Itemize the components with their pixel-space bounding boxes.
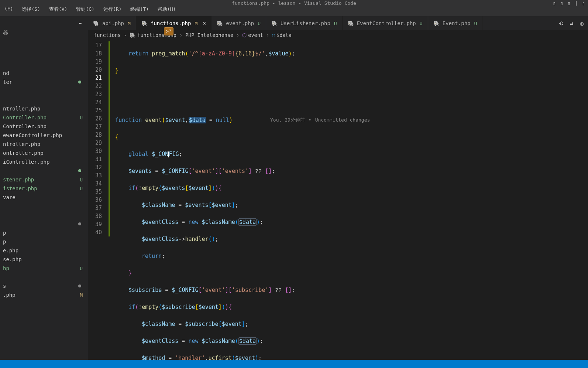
php-file-icon: 🐘 (348, 20, 354, 26)
file-explorer-item[interactable]: stener.phpU (0, 175, 88, 184)
layout-icons: ▯ ▯ ▯ | ▯ (553, 0, 585, 6)
file-status-badge: U (80, 115, 83, 120)
tab-actions: ⟲ ⇄ ◎ (558, 16, 584, 30)
code-line-26: $className = $events[$event]; (115, 201, 588, 210)
code-line-24: $events = $_CONFIG['event']['events'] ??… (115, 167, 588, 176)
code-content[interactable]: return preg_match('/^[a-zA-Z0-9]{6,16}$/… (109, 40, 588, 360)
chevron-right-icon: › (179, 32, 182, 38)
file-status-badge: U (80, 186, 83, 191)
file-explorer-item[interactable]: ntroller.php (0, 140, 88, 149)
menu-item[interactable]: 选择(S) (20, 6, 41, 13)
file-explorer-item[interactable]: s (0, 282, 88, 290)
breadcrumb-variable[interactable]: $data (276, 32, 292, 38)
editor-tab[interactable]: 🐘api.phpM (88, 16, 136, 30)
file-explorer-item[interactable]: nd (0, 69, 88, 78)
php-file-icon: 🐘 (130, 32, 136, 38)
line-number: 36 (88, 196, 102, 204)
close-icon[interactable]: × (203, 20, 206, 27)
file-explorer-item[interactable] (0, 219, 88, 228)
menu-item[interactable]: 转到(G) (75, 6, 96, 13)
menu-item[interactable]: 运行(R) (102, 6, 123, 13)
file-modified-dot (78, 81, 81, 84)
chevron-right-icon: › (236, 32, 239, 38)
breadcrumb-function[interactable]: event (248, 32, 263, 38)
file-explorer-item[interactable]: e.php (0, 246, 88, 255)
code-line-35: $method = 'handler'.ucfirst($event); (115, 354, 588, 360)
file-explorer-item[interactable]: istener.phpU (0, 184, 88, 193)
panel-right-icon[interactable]: ▯ (568, 0, 571, 6)
line-number: 29 (88, 139, 102, 147)
file-status-badge: U (80, 177, 83, 183)
file-explorer-item[interactable]: ler (0, 78, 88, 86)
file-explorer-item[interactable]: Controller.phpU (0, 113, 88, 122)
editor-tab[interactable]: 🐘Event.phpU (428, 16, 483, 30)
file-explorer-item[interactable]: .phpM (0, 290, 88, 299)
file-explorer-item[interactable]: ontroller.php (0, 149, 88, 157)
code-line-27: $eventClass = new $className($data); (115, 218, 588, 227)
explorer-sidebar: ⋯ 器 ndlerntroller.phpController.phpUCont… (0, 16, 88, 360)
code-line-30: } (115, 269, 588, 278)
sidebar-header: ⋯ (0, 16, 88, 30)
file-explorer-item[interactable] (0, 202, 88, 211)
code-editor[interactable]: 1718192021222324252627282930313233343536… (88, 40, 588, 360)
file-explorer-item[interactable]: se.php (0, 255, 88, 264)
line-number: 40 (88, 228, 102, 236)
line-number: 38 (88, 212, 102, 220)
tab-label: EventController.php (357, 20, 416, 26)
more-actions-icon[interactable]: ⋯ (79, 19, 83, 27)
file-explorer-item[interactable]: ewareController.php (0, 131, 88, 140)
chevron-right-icon: › (124, 32, 127, 38)
line-number: 23 (88, 90, 102, 98)
editor-tab[interactable]: 🐘EventController.phpU (343, 16, 428, 30)
editor-tab[interactable]: 🐘UserListener.phpU (266, 16, 343, 30)
code-line-28: $eventClass->handler(); (115, 235, 588, 244)
php-file-icon: 🐘 (433, 20, 440, 26)
file-explorer-item[interactable]: iController.php (0, 157, 88, 166)
error-line-marker[interactable]: >? (164, 27, 173, 35)
editor-tab[interactable]: 🐘event.phpU (212, 16, 266, 30)
line-number: 20 (88, 66, 102, 74)
breadcrumb-provider[interactable]: PHP Intelephense (185, 32, 233, 38)
line-number: 25 (88, 106, 102, 115)
menu-bar: (E) 选择(S) 查看(V) 转到(G) 运行(R) 终端(T) 帮助(H) (0, 6, 588, 16)
status-bar[interactable] (0, 360, 588, 368)
diff-icon[interactable]: ⇄ (570, 20, 574, 27)
file-explorer-item[interactable] (0, 273, 88, 282)
menu-item[interactable]: 终端(T) (129, 6, 150, 13)
menu-item[interactable]: 查看(V) (48, 6, 69, 13)
editor-tab[interactable]: 🐘functions.phpM× (136, 16, 212, 30)
menu-item[interactable]: (E) (3, 6, 14, 11)
php-file-icon: 🐘 (271, 20, 278, 26)
line-number: 33 (88, 171, 102, 180)
timeline-icon[interactable]: ⟲ (558, 20, 563, 27)
window-title: functions.php - lesson - Visual Studio C… (232, 0, 356, 6)
file-explorer-item[interactable] (0, 86, 88, 95)
line-number: 31 (88, 155, 102, 163)
file-explorer-item[interactable]: Controller.php (0, 122, 88, 131)
file-explorer-item[interactable]: ntroller.php (0, 104, 88, 113)
more-icon[interactable]: ◎ (580, 20, 584, 27)
line-number: 18 (88, 50, 102, 58)
code-line-25: if(!empty($events[$event])){ (115, 184, 588, 193)
file-status-badge: M (80, 292, 83, 298)
breadcrumbs[interactable]: functions › 🐘 functions.php › PHP Intele… (88, 30, 588, 40)
layout-customize-icon[interactable]: ▯ (582, 0, 585, 6)
breadcrumb-folder[interactable]: functions (94, 32, 121, 38)
panel-bottom-icon[interactable]: ▯ (560, 0, 563, 6)
panel-left-icon[interactable]: ▯ (553, 0, 556, 6)
code-line-17: return preg_match('/^[a-zA-Z0-9]{6,16}$/… (115, 50, 588, 58)
file-explorer-item[interactable]: p (0, 237, 88, 246)
git-codelens[interactable]: You, 29分钟前•Uncommitted changes (270, 116, 370, 124)
tab-status-badge: M (195, 21, 197, 26)
editor-area: 🐘api.phpM🐘functions.phpM×🐘event.phpU🐘Use… (88, 16, 588, 360)
file-explorer-item[interactable] (0, 95, 88, 104)
file-explorer-item[interactable] (0, 166, 88, 175)
file-explorer-item[interactable]: p (0, 228, 88, 237)
file-modified-dot (78, 169, 81, 172)
code-line-34: $eventClass = new $className($data); (115, 337, 588, 346)
menu-item[interactable]: 帮助(H) (156, 6, 177, 13)
file-explorer-item[interactable]: hpU (0, 264, 88, 273)
file-explorer-item[interactable] (0, 211, 88, 219)
code-line-22: { (115, 133, 588, 142)
file-explorer-item[interactable]: vare (0, 193, 88, 202)
